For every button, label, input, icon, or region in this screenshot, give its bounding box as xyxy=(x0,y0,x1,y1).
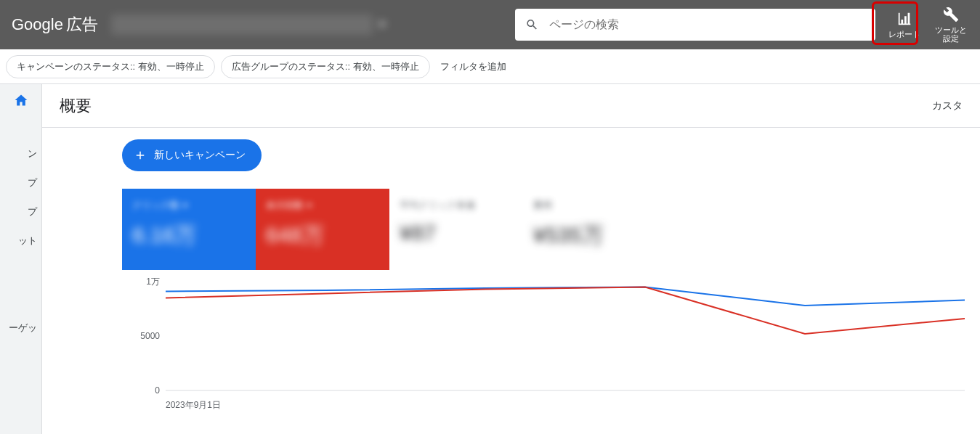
tools-button[interactable]: ツールと 設定 xyxy=(928,3,974,46)
app-header: Google 広告 レポート ツールと 設定 xyxy=(0,0,980,49)
chevron-down-icon xyxy=(182,204,188,208)
series-clicks xyxy=(166,287,965,306)
x-tick-label: 2023年9月1日 xyxy=(166,399,221,412)
logo-ads: 広告 xyxy=(66,14,98,36)
plus-icon xyxy=(134,149,147,162)
chart-svg xyxy=(166,274,965,398)
tools-label: ツールと 設定 xyxy=(935,25,967,43)
rail-item[interactable]: ーゲッ xyxy=(0,314,41,343)
logo-google: Google xyxy=(12,15,63,34)
filter-chip-campaign-status[interactable]: キャンペーンのステータス:: 有効、一時停止 xyxy=(6,55,215,78)
page-header: 概要 カスタ xyxy=(42,84,980,128)
series-impressions xyxy=(166,287,965,335)
y-tick-label: 0 xyxy=(155,385,160,396)
chevron-down-icon xyxy=(378,22,386,27)
y-tick-label: 5000 xyxy=(140,331,160,341)
logo: Google 広告 xyxy=(12,14,98,36)
search-icon xyxy=(525,17,539,32)
metric-cards: クリック数 6.16万 表示回数 648万 平均クリック単価 ¥87 費用 ¥5… xyxy=(122,189,963,270)
metric-card-cost[interactable]: 費用 ¥535万 xyxy=(523,189,657,270)
account-selector[interactable] xyxy=(111,15,386,35)
main-content: 概要 カスタ 新しいキャンペーン クリック数 6.16万 表示回数 648万 平… xyxy=(42,84,980,434)
rail-item[interactable]: ン xyxy=(0,139,41,168)
metric-card-impressions[interactable]: 表示回数 648万 xyxy=(256,189,389,270)
home-icon[interactable] xyxy=(14,93,28,110)
chevron-down-icon xyxy=(307,204,312,208)
y-tick-label: 1万 xyxy=(146,276,160,288)
wrench-icon xyxy=(943,7,959,22)
metric-card-clicks[interactable]: クリック数 6.16万 xyxy=(122,189,256,270)
add-filter-button[interactable]: フィルタを追加 xyxy=(440,60,506,73)
page-title: 概要 xyxy=(60,95,92,117)
search-box[interactable] xyxy=(515,9,875,41)
nav-rail: ン プ プ ット ーゲッ xyxy=(0,84,42,434)
new-campaign-button[interactable]: 新しいキャンペーン xyxy=(122,139,262,171)
rail-item[interactable]: プ xyxy=(0,168,41,197)
metric-card-cpc[interactable]: 平均クリック単価 ¥87 xyxy=(389,189,523,270)
customize-button[interactable]: カスタ xyxy=(932,99,963,112)
filter-chip-adgroup-status[interactable]: 広告グループのステータス:: 有効、一時停止 xyxy=(221,55,430,78)
search-input[interactable] xyxy=(549,18,865,31)
overview-chart: 1万 5000 0 2023年9月1日 xyxy=(122,274,963,412)
reports-button[interactable]: レポート xyxy=(881,3,928,46)
rail-item[interactable]: ット xyxy=(0,226,41,255)
reports-label: レポート xyxy=(888,30,920,38)
filter-bar: キャンペーンのステータス:: 有効、一時停止 広告グループのステータス:: 有効… xyxy=(0,49,980,84)
bar-chart-icon xyxy=(896,11,912,27)
rail-item[interactable]: プ xyxy=(0,197,41,226)
new-campaign-label: 新しいキャンペーン xyxy=(154,149,246,162)
